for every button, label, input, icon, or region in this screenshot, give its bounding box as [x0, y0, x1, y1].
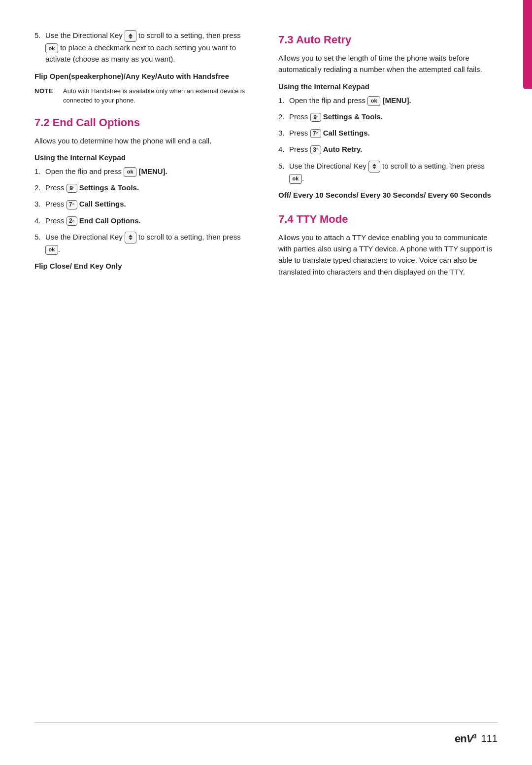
footer-logo: enV3: [455, 732, 476, 745]
flip-open-heading: Flip Open(speakerphone)/Any Key/Auto wit…: [34, 72, 254, 80]
arrow-up: [129, 235, 133, 237]
right-column: 7.3 Auto Retry Allows you to set the len…: [278, 30, 498, 707]
key-9: 9': [66, 184, 77, 193]
menu-label: [MENU].: [382, 96, 411, 104]
key-7: 7^: [66, 200, 77, 209]
section-74: 7.4 TTY Mode Allows you to attach a TTY …: [278, 213, 498, 278]
section-74-desc: Allows you to attach a TTY device enabli…: [278, 232, 498, 278]
call-settings-label: Call Settings.: [323, 129, 370, 137]
main-columns: 5. Use the Directional Key to scroll to …: [34, 30, 498, 707]
section-72: 7.2 End Call Options Allows you to deter…: [34, 116, 254, 271]
section-73-heading: 7.3 Auto Retry: [278, 34, 498, 46]
directional-key-icon: [125, 30, 136, 42]
footer-page: 111: [481, 733, 498, 744]
key-3: 3": [310, 145, 321, 154]
step-text-after-key: to scroll to a setting, then press: [138, 31, 241, 39]
ok-key: ok: [367, 96, 380, 106]
logo-superscript: 3: [473, 732, 476, 740]
key-2: 2e: [66, 216, 77, 225]
dir-key-icon: [368, 161, 380, 173]
step-num: 1.: [34, 166, 45, 177]
step-num: 3.: [34, 198, 45, 209]
step-text-before: Use the Directional Key: [45, 31, 123, 39]
off-heading: Off/ Every 10 Seconds/ Every 30 Seconds/…: [278, 191, 498, 199]
arrow-down: [129, 238, 133, 240]
step-5-top: 5. Use the Directional Key to scroll to …: [34, 30, 254, 65]
left-column: 5. Use the Directional Key to scroll to …: [34, 30, 254, 707]
s72-step-3: 3. Press 7^ Call Settings.: [34, 198, 254, 209]
step-num: 1.: [278, 95, 289, 106]
key-7: 7^: [310, 129, 321, 138]
logo-v: V: [466, 732, 473, 745]
key-9: 9': [310, 113, 321, 122]
step-num: 2.: [34, 182, 45, 193]
section-73: 7.3 Auto Retry Allows you to set the len…: [278, 34, 498, 199]
section-73-subheading: Using the Internal Keypad: [278, 82, 498, 91]
step-content: Open the flip and press ok [MENU].: [45, 166, 254, 177]
step-content: Use the Directional Key to scroll to a s…: [45, 30, 254, 65]
section-72-desc: Allows you to determine how the phone wi…: [34, 135, 254, 146]
step-num: 5.: [278, 160, 289, 172]
menu-label: [MENU].: [138, 167, 167, 175]
ok-key: ok: [289, 174, 302, 184]
s72-step-1: 1. Open the flip and press ok [MENU].: [34, 166, 254, 177]
s73-step-3: 3. Press 7^ Call Settings.: [278, 127, 498, 139]
arrow-up: [372, 164, 376, 166]
dir-key-icon: [125, 232, 136, 243]
step-num: 5.: [34, 30, 45, 41]
note-text: Auto with Handsfree is available only wh…: [63, 86, 254, 105]
settings-label: Settings & Tools.: [323, 112, 383, 121]
section-74-heading: 7.4 TTY Mode: [278, 213, 498, 226]
step-num: 4.: [34, 215, 45, 226]
s73-step-5: 5. Use the Directional Key to scroll to …: [278, 160, 498, 184]
step-content: Press 3" Auto Retry.: [289, 143, 498, 155]
s72-step-5: 5. Use the Directional Key to scroll to …: [34, 231, 254, 255]
section-72-subheading: Using the Internal Keypad: [34, 153, 254, 162]
arrow-down-icon: [129, 36, 133, 39]
note-block: NOTE Auto with Handsfree is available on…: [34, 86, 254, 105]
step-num: 4.: [278, 143, 289, 155]
auto-retry-label: Auto Retry.: [323, 145, 363, 153]
top-step: 5. Use the Directional Key to scroll to …: [34, 30, 254, 105]
ok-key: ok: [124, 167, 136, 177]
flip-close-heading: Flip Close/ End Key Only: [34, 262, 254, 270]
s72-step-4: 4. Press 2e End Call Options.: [34, 215, 254, 226]
step-text-after-ok: to place a checkmark next to each settin…: [45, 43, 236, 63]
arrow-up-icon: [129, 34, 133, 36]
step-content: Open the flip and press ok [MENU].: [289, 95, 498, 106]
ok-key-icon: ok: [45, 43, 58, 53]
step-content: Press 7^ Call Settings.: [289, 127, 498, 139]
step-content: Use the Directional Key to scroll to a s…: [289, 160, 498, 184]
step-content: Use the Directional Key to scroll to a s…: [45, 231, 254, 255]
section-72-heading: 7.2 End Call Options: [34, 116, 254, 129]
s73-step-1: 1. Open the flip and press ok [MENU].: [278, 95, 498, 106]
end-call-options-label: End Call Options.: [79, 216, 141, 225]
note-label: NOTE: [34, 86, 57, 96]
arrow-down: [372, 167, 376, 169]
step-content: Press 7^ Call Settings.: [45, 198, 254, 209]
step-num: 3.: [278, 127, 289, 139]
ok-key: ok: [45, 245, 58, 255]
logo-text: en: [455, 732, 466, 745]
step-content: Press 9' Settings & Tools.: [289, 111, 498, 122]
step-content: Press 9' Settings & Tools.: [45, 182, 254, 193]
call-settings-label: Call Settings.: [79, 200, 126, 208]
sidebar-accent: [523, 0, 532, 89]
step-num: 5.: [34, 231, 45, 243]
s72-step-2: 2. Press 9' Settings & Tools.: [34, 182, 254, 193]
settings-label: Settings & Tools.: [79, 183, 139, 192]
step-num: 2.: [278, 111, 289, 122]
step-content: Press 2e End Call Options.: [45, 215, 254, 226]
page-container: 5. Use the Directional Key to scroll to …: [0, 0, 532, 765]
s73-step-4: 4. Press 3" Auto Retry.: [278, 143, 498, 155]
section-73-desc: Allows you to set the length of time the…: [278, 52, 498, 75]
s73-step-2: 2. Press 9' Settings & Tools.: [278, 111, 498, 122]
footer: enV3 111: [34, 722, 498, 745]
